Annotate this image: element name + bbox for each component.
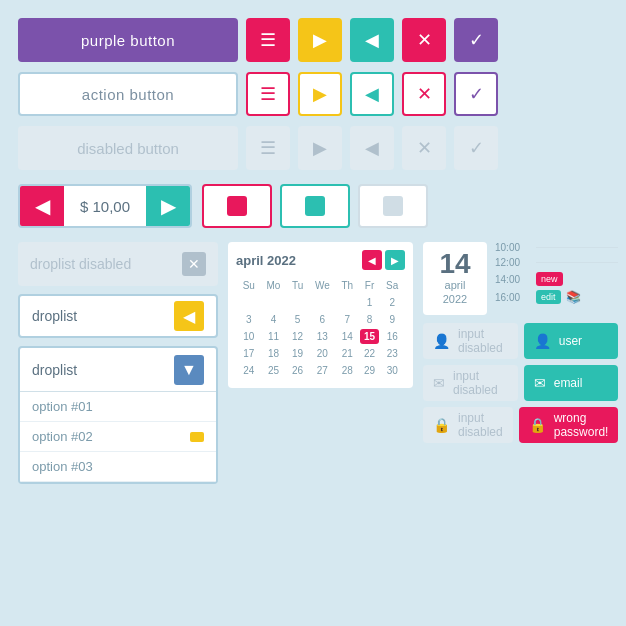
back-outline-button[interactable]: ◀ <box>350 72 394 116</box>
droplist-options: option #01 option #02 option #03 <box>20 392 216 482</box>
cal-cell[interactable]: 26 <box>288 363 308 378</box>
calendar-prev-button[interactable]: ◀ <box>362 250 382 270</box>
cal-cell[interactable]: 25 <box>261 363 285 378</box>
action-button[interactable]: action button <box>18 72 238 116</box>
close-button-pink[interactable]: ✕ <box>402 18 446 62</box>
cal-cell[interactable]: 9 <box>381 312 403 327</box>
cal-cell[interactable]: 13 <box>310 329 335 344</box>
toggle-pink[interactable] <box>202 184 272 228</box>
arrow-right-icon: ▶ <box>161 194 176 218</box>
play-outline-icon: ▶ <box>313 83 327 105</box>
check-disabled-icon: ✓ <box>469 137 484 159</box>
user-active-text: user <box>559 334 582 348</box>
droplist-option-1[interactable]: option #01 <box>20 392 216 422</box>
schedule-edit-button[interactable]: edit <box>536 290 561 304</box>
close-outline-button[interactable]: ✕ <box>402 72 446 116</box>
check-outline-button[interactable]: ✓ <box>454 72 498 116</box>
toggle-teal[interactable] <box>280 184 350 228</box>
schedule-new-button[interactable]: new <box>536 272 563 286</box>
password-disabled-text: input disabled <box>458 411 503 439</box>
cal-cell[interactable]: 11 <box>261 329 285 344</box>
cal-cell[interactable] <box>310 295 335 310</box>
password-wrong-text: wrong password! <box>554 411 609 439</box>
cal-cell[interactable]: 14 <box>337 329 358 344</box>
user-input-disabled: 👤 input disabled <box>423 323 518 359</box>
cal-cell[interactable]: 18 <box>261 346 285 361</box>
cal-cell[interactable]: 6 <box>310 312 335 327</box>
close-icon: ✕ <box>417 29 432 51</box>
play-button-yellow[interactable]: ▶ <box>298 18 342 62</box>
cal-cell[interactable]: 5 <box>288 312 308 327</box>
arrow-left-yellow-icon: ◀ <box>183 307 195 326</box>
stepper-decrement-button[interactable]: ◀ <box>20 186 64 226</box>
schedule-line <box>536 247 618 248</box>
user-disabled-icon: 👤 <box>433 333 450 349</box>
check-outline-icon: ✓ <box>469 83 484 105</box>
input-row-email: ✉ input disabled ✉ email <box>423 365 618 401</box>
cal-cell-today[interactable]: 15 <box>360 329 380 344</box>
password-input-disabled: 🔒 input disabled <box>423 407 513 443</box>
play-outline-button[interactable]: ▶ <box>298 72 342 116</box>
cal-cell[interactable]: 19 <box>288 346 308 361</box>
cal-cell[interactable]: 17 <box>238 346 259 361</box>
play-icon: ▶ <box>313 29 327 51</box>
schedule-time-3: 14:00 <box>495 274 531 285</box>
cal-cell[interactable]: 27 <box>310 363 335 378</box>
cal-day-th: Th <box>337 278 358 293</box>
cal-cell[interactable]: 30 <box>381 363 403 378</box>
cal-day-sa: Sa <box>381 278 403 293</box>
cal-cell[interactable]: 29 <box>360 363 380 378</box>
droplist-open-header[interactable]: droplist ▼ <box>20 348 216 392</box>
hamburger-outline-button[interactable]: ☰ <box>246 72 290 116</box>
option-selected-indicator <box>190 432 204 442</box>
hamburger-button-pink[interactable]: ☰ <box>246 18 290 62</box>
stepper-control: ◀ $ 10,00 ▶ <box>18 184 192 228</box>
cal-cell[interactable]: 8 <box>360 312 380 327</box>
cal-cell[interactable]: 24 <box>238 363 259 378</box>
cal-day-we: We <box>310 278 335 293</box>
big-date-number: 14 <box>431 250 479 278</box>
cal-cell[interactable]: 28 <box>337 363 358 378</box>
cal-cell[interactable]: 7 <box>337 312 358 327</box>
email-active-icon: ✉ <box>534 375 546 391</box>
cal-cell[interactable] <box>261 295 285 310</box>
cal-cell[interactable] <box>337 295 358 310</box>
cal-cell[interactable]: 21 <box>337 346 358 361</box>
cal-cell[interactable]: 4 <box>261 312 285 327</box>
calendar-next-button[interactable]: ▶ <box>385 250 405 270</box>
cal-cell[interactable]: 20 <box>310 346 335 361</box>
schedule-item-1400: 14:00 new <box>495 272 618 286</box>
email-input-active[interactable]: ✉ email <box>524 365 619 401</box>
password-wrong-active[interactable]: 🔒 wrong password! <box>519 407 619 443</box>
droplist-yellow-arrow: ◀ <box>174 301 204 331</box>
droplist-option-3[interactable]: option #03 <box>20 452 216 482</box>
calendar-header: april 2022 ◀ ▶ <box>236 250 405 270</box>
stepper-increment-button[interactable]: ▶ <box>146 186 190 226</box>
schedule-time-4: 16:00 <box>495 292 531 303</box>
back-button-teal[interactable]: ◀ <box>350 18 394 62</box>
calendar-nav: ◀ ▶ <box>362 250 405 270</box>
schedule-line <box>536 262 618 263</box>
cal-cell[interactable] <box>288 295 308 310</box>
droplist-option-2[interactable]: option #02 <box>20 422 216 452</box>
purple-button[interactable]: purple button <box>18 18 238 62</box>
user-input-active[interactable]: 👤 user <box>524 323 619 359</box>
close-disabled-x-icon: ✕ <box>188 256 200 272</box>
schedule-item-1600: 16:00 edit 📚 <box>495 290 618 304</box>
play-disabled-icon: ▶ <box>313 137 327 159</box>
calendar-title: april 2022 <box>236 253 296 268</box>
cal-cell[interactable]: 22 <box>360 346 380 361</box>
cal-cell[interactable]: 2 <box>381 295 403 310</box>
cal-cell[interactable]: 23 <box>381 346 403 361</box>
cal-cell[interactable] <box>238 295 259 310</box>
cal-cell[interactable]: 1 <box>360 295 380 310</box>
droplist-yellow-container[interactable]: droplist ◀ <box>18 294 218 338</box>
cal-cell[interactable]: 16 <box>381 329 403 344</box>
toggle-disabled <box>358 184 428 228</box>
cal-cell[interactable]: 3 <box>238 312 259 327</box>
check-button-purple[interactable]: ✓ <box>454 18 498 62</box>
schedule-time-1: 10:00 <box>495 242 531 253</box>
cal-day-mo: Mo <box>261 278 285 293</box>
cal-cell[interactable]: 12 <box>288 329 308 344</box>
cal-cell[interactable]: 10 <box>238 329 259 344</box>
